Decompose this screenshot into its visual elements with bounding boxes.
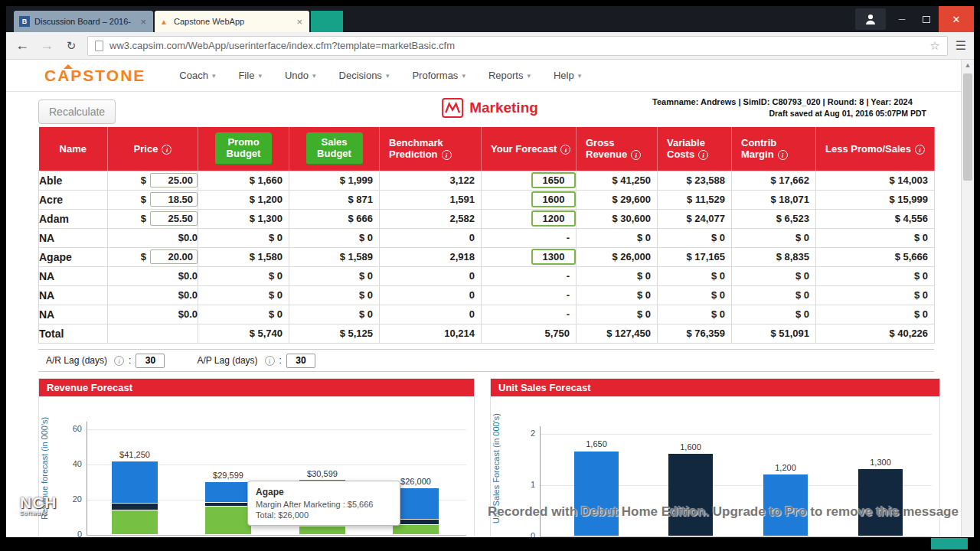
y-tick-label: 2 (514, 429, 535, 438)
column-header-label: Gross Revenue (586, 137, 627, 160)
window-controls: ─ ✕ (855, 6, 974, 32)
benchmark-cell: 0 (380, 305, 482, 324)
gross-cell: $ 29,600 (577, 190, 658, 209)
forecast-input[interactable] (531, 210, 576, 227)
info-icon[interactable]: i (915, 145, 925, 155)
info-icon[interactable]: i (631, 150, 641, 160)
menu-help[interactable]: Help▾ (554, 70, 581, 81)
y-tick-label: 60 (60, 424, 82, 433)
ar-lag-label: A/R Lag (days) (46, 355, 107, 366)
benchmark-cell: 1,591 (380, 190, 482, 209)
ar-lag-input[interactable] (136, 354, 165, 368)
info-icon[interactable]: i (778, 150, 788, 160)
forecast-input[interactable] (531, 249, 576, 265)
dollar-sign: $ (141, 213, 146, 224)
variable-cell: $ 11,529 (658, 190, 732, 209)
contrib-cell: $ 0 (732, 305, 816, 324)
gross-cell: $ 0 (577, 266, 658, 285)
variable-cell: $ 24,077 (658, 209, 732, 228)
benchmark-cell: 0 (380, 285, 482, 305)
column-header-label: Less Promo/Sales (825, 143, 911, 155)
menu-decisions[interactable]: Decisions▾ (339, 70, 390, 81)
tab-close-icon[interactable]: × (139, 16, 148, 28)
price-input[interactable] (150, 211, 198, 226)
ap-lag-input[interactable] (286, 354, 315, 368)
close-button[interactable]: ✕ (939, 6, 974, 32)
gridline (87, 429, 466, 430)
price-input[interactable] (150, 192, 198, 207)
forecast-cell: - (482, 305, 577, 324)
promo-cell: $ 1,300 (198, 209, 289, 228)
bar-value-label: 1,300 (842, 458, 919, 467)
promo-cell: $ 0 (198, 305, 289, 324)
forecast-input[interactable] (531, 172, 576, 188)
scrollbar-thumb[interactable] (963, 73, 972, 181)
variable-cell: $ 0 (658, 266, 732, 285)
table-row: NA$0.0$ 0$ 00-$ 0$ 0$ 0$ 0 (39, 228, 935, 247)
recalculate-button[interactable]: Recalculate (38, 99, 116, 124)
menu-reports[interactable]: Reports▾ (488, 70, 531, 81)
nch-logo-text: NCH (20, 494, 57, 510)
chevron-down-icon: ▾ (258, 72, 262, 80)
marketing-decision-table: NamePriceiPromo BudgetSales BudgetBenchm… (38, 127, 935, 344)
promo-budget-button[interactable]: Promo Budget (215, 132, 272, 165)
refresh-button[interactable]: ↻ (63, 39, 80, 53)
variable-cell: $ 23,588 (658, 171, 732, 190)
less-cell: $ 14,003 (816, 171, 935, 190)
info-icon[interactable]: i (698, 150, 708, 160)
back-button[interactable]: ← (14, 37, 31, 54)
scroll-up-icon[interactable]: ▲ (962, 61, 974, 69)
revenue-forecast-title: Revenue Forecast (39, 379, 474, 396)
profile-button[interactable] (855, 8, 886, 30)
table-row: NA$0.0$ 0$ 00-$ 0$ 0$ 0$ 0 (39, 305, 935, 324)
y-tick-label: 0 (514, 531, 535, 537)
browser-tab-capstone[interactable]: ▲ Capstone WebApp × (155, 11, 309, 32)
info-icon[interactable]: i (265, 356, 275, 366)
bar-value-label: 1,200 (747, 463, 824, 472)
revenue-bar-acre (205, 482, 251, 534)
menu-label: Reports (488, 70, 524, 81)
close-icon: ✕ (952, 14, 961, 25)
price-input[interactable] (150, 173, 198, 187)
dollar-sign: $ (141, 194, 146, 205)
favorites-star-icon[interactable]: ☆ (929, 39, 939, 53)
gross-cell: $ 26,000 (577, 247, 658, 266)
address-bar[interactable]: ww3.capsim.com/WebApp/userinterface/inde… (87, 36, 948, 56)
sales-cell: $ 0 (289, 266, 380, 285)
menu-undo[interactable]: Undo▾ (285, 70, 316, 81)
product-name-cell: NA (39, 285, 108, 305)
menu-proformas[interactable]: Proformas▾ (412, 70, 466, 81)
price-input[interactable] (150, 249, 198, 264)
product-name-cell: Agape (39, 247, 108, 266)
browser-menu-icon[interactable]: ☰ (956, 38, 966, 53)
menu-file[interactable]: File▾ (238, 70, 261, 81)
info-icon[interactable]: i (560, 145, 570, 155)
gross-cell: $ 127,450 (577, 324, 658, 343)
contrib-cell: $ 18,071 (732, 190, 816, 209)
maximize-button[interactable] (914, 6, 939, 32)
info-icon[interactable]: i (442, 150, 452, 160)
new-tab-button[interactable] (311, 11, 343, 32)
sales-cell: $ 871 (289, 190, 380, 209)
tab-close-icon[interactable]: × (295, 16, 304, 28)
price-cell: $0.0 (108, 228, 198, 247)
product-name-cell: Total (39, 324, 108, 343)
sales-budget-button[interactable]: Sales Budget (306, 132, 363, 165)
info-icon[interactable]: i (114, 356, 124, 366)
menu-coach[interactable]: Coach▾ (179, 70, 215, 81)
gross-cell: $ 30,600 (577, 209, 658, 228)
forecast-input[interactable] (531, 191, 576, 207)
menu-label: File (238, 70, 254, 81)
forward-button[interactable]: → (38, 37, 55, 54)
minimize-button[interactable]: ─ (890, 6, 914, 32)
column-header-label: Benchmark Prediction (389, 137, 443, 160)
chevron-down-icon: ▾ (312, 72, 316, 80)
browser-tab-discussion-board[interactable]: B Discussion Board – 2016- × (14, 11, 153, 32)
info-icon[interactable]: i (162, 145, 172, 155)
segment-margin-after-marketing (112, 510, 158, 534)
column-header-benchmark-prediction: Benchmark Predictioni (380, 127, 482, 171)
column-header-name: Name (39, 127, 108, 171)
page-scrollbar[interactable]: ▲ (961, 60, 974, 537)
url-text[interactable]: ww3.capsim.com/WebApp/userinterface/inde… (109, 40, 923, 51)
y-axis-line (540, 426, 541, 536)
